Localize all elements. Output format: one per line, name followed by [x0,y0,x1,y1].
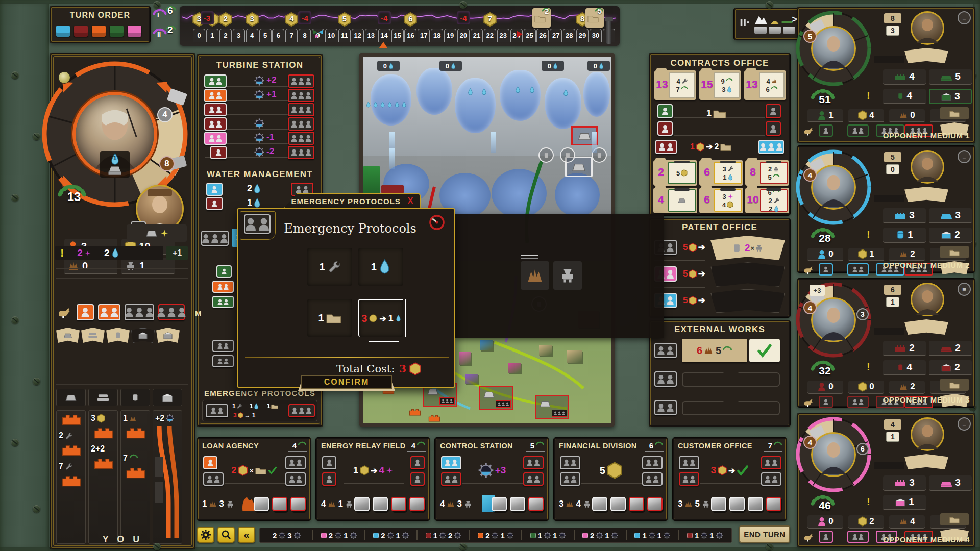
contract-slot-darkred[interactable] [657,121,673,136]
track-cell-11[interactable]: 11 [338,29,351,42]
external-check-card[interactable] [749,339,780,362]
mid-worker-tile-1[interactable] [212,281,234,293]
build-slot-button[interactable] [748,497,763,511]
mid-worker-tile-2[interactable] [212,296,234,308]
contract-card[interactable]: 1593 [699,70,741,100]
turbine-slot-2[interactable] [288,103,314,116]
bslot-right-0[interactable] [642,456,663,469]
contract-card[interactable]: 25 [653,160,697,186]
build-slot-button[interactable] [373,497,388,511]
track-cell-26[interactable]: 26 [536,29,549,42]
turn-order-token-3[interactable] [110,26,124,37]
track-cell-12[interactable]: 12 [352,29,364,42]
contract-slot-red1[interactable] [766,104,781,118]
tech-wedge-elevation[interactable] [81,328,105,343]
track-cell-23[interactable]: 23 [497,29,509,42]
player-worker-slot-2[interactable] [125,304,154,320]
opponent-worker-slot-1[interactable] [847,124,869,137]
build-slot-button[interactable] [354,497,370,511]
opponent-worker-slot-1[interactable] [847,396,869,408]
tech-wedge-conduit[interactable] [106,328,130,343]
dialog-worker-slot[interactable] [244,214,271,234]
track-cell-28[interactable]: 28 [563,29,575,42]
building-piece[interactable] [93,426,114,439]
build-slot-button[interactable] [647,497,663,511]
water-worker-tile-0[interactable] [206,183,223,196]
below-worker-tile-1[interactable] [212,355,234,367]
bslot-right-0[interactable] [410,456,425,469]
bslot-left-0[interactable] [679,456,699,469]
track-cell-27[interactable]: 27 [550,29,562,42]
group-slot-tile[interactable] [201,231,229,246]
opponent-avatar[interactable] [911,150,944,184]
bslot-right-1[interactable] [285,472,306,486]
contract-card[interactable]: 10622 [745,188,789,213]
turbine-worker-tile-0[interactable] [204,74,227,88]
opponent-menu-icon[interactable]: ≡ [958,417,971,431]
track-cell-10[interactable]: 10 [325,29,337,42]
patent-wedge-2[interactable] [710,289,785,313]
build-slot-button[interactable] [610,497,626,511]
patent-wedge-1[interactable] [710,262,785,287]
bslot-right-1[interactable] [523,472,544,486]
bslot-right-1[interactable] [410,472,425,486]
track-cell-1[interactable]: 1 [206,29,218,42]
build-slot-button[interactable] [510,497,525,511]
build-slot-button[interactable] [729,497,745,511]
track-cell-14[interactable]: 14 [378,29,390,42]
track-cell-15[interactable]: 15 [391,29,404,42]
patent-wedge-0[interactable]: 2× [710,236,785,260]
opponent-avatar[interactable] [911,11,944,45]
bslot-left-1[interactable] [322,472,336,486]
build-slot-button[interactable] [528,497,544,511]
turn-order-token-2[interactable] [92,26,106,37]
contract-card[interactable]: 825 [745,160,789,186]
building-piece[interactable] [125,466,146,479]
building-piece[interactable] [125,426,146,439]
track-cell-16[interactable]: 16 [404,29,416,42]
track-cell-7[interactable]: 7 [285,29,298,42]
bslot-left-0[interactable] [441,456,461,469]
bslot-left-1[interactable] [679,472,699,486]
dialog-option-1[interactable]: 1 [358,248,403,286]
external-reward-card[interactable]: 65 [682,339,747,362]
column-header-powerhouse[interactable] [153,389,182,406]
column-header-conduit[interactable] [120,389,150,406]
building-piece[interactable] [61,443,82,457]
track-cell-5[interactable]: 5 [259,29,272,42]
turbine-worker-tile-1[interactable] [204,89,227,102]
turbine-slot-1[interactable] [288,89,314,102]
turbine-slot-4[interactable] [288,132,314,145]
track-cell-18[interactable]: 18 [431,29,443,42]
external-slot-0[interactable] [654,343,677,358]
column-header-base[interactable] [56,389,86,406]
turbine-worker-tile-2[interactable] [204,103,227,116]
player-worker-slot-3[interactable] [158,304,185,320]
turbine-worker-tile-5[interactable] [210,146,227,159]
build-slot-button[interactable] [711,497,726,511]
dialog-option-2[interactable]: 1 [307,299,352,337]
opponent-avatar[interactable] [911,417,944,451]
contract-card[interactable]: 634 [699,188,743,213]
turbine-slot-3[interactable] [288,117,314,131]
contract-slot-green[interactable] [657,104,673,118]
track-cell-4[interactable]: 4 [246,29,258,42]
machine-option-mixer[interactable] [553,261,582,290]
city-powerhouse-group[interactable] [479,386,513,410]
track-cell-2[interactable]: 2 [219,29,232,42]
turbine-worker-tile-4[interactable] [204,132,227,145]
confirm-button[interactable]: CONFIRM [301,375,392,389]
turn-order-token-0[interactable] [56,26,70,37]
track-cell-8[interactable]: 8 [299,29,311,42]
tech-wedge-base[interactable] [56,328,80,343]
track-cell-22[interactable]: 22 [484,29,496,42]
build-slot-button[interactable] [492,497,507,511]
building-piece[interactable] [93,457,114,470]
opponent-worker-slot-1[interactable] [847,263,869,276]
dialog-close-button[interactable]: X [408,196,413,206]
bslot-left-1[interactable] [560,472,580,486]
tech-wedge-powerhouse[interactable] [156,328,180,343]
turbine-slot-5[interactable] [288,146,314,159]
opponent-menu-icon[interactable]: ≡ [958,150,971,163]
bslot-right-0[interactable] [285,456,306,469]
